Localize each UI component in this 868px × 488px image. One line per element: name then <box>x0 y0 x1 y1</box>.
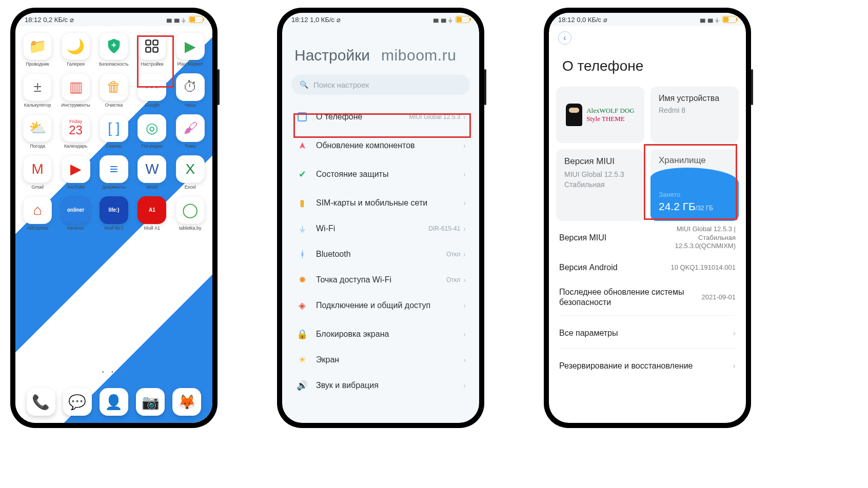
app-Инструменты[interactable]: ▥Инструменты <box>56 73 94 108</box>
settings-item[interactable]: ➤Обновление компонентов› <box>287 133 474 158</box>
svg-rect-1 <box>146 40 151 45</box>
row-label: Все параметры <box>559 328 728 338</box>
row-label: Последнее обновление системы безопасност… <box>559 287 702 308</box>
app-Excel[interactable]: XExcel <box>171 155 209 190</box>
card-storage[interactable]: Хранилище Занято 24.2 ГБ/32 ГБ <box>650 149 739 221</box>
settings-item[interactable]: 🔒Блокировка экрана› <box>287 321 474 347</box>
item-label: Звук и вибрация <box>316 381 463 390</box>
settings-item[interactable]: ✔Состояние защиты› <box>287 161 474 187</box>
item-label: Экран <box>316 355 463 364</box>
app-Мой life:)[interactable]: life:)Мой life:) <box>95 196 133 231</box>
app-label: tabletka.by <box>179 226 202 231</box>
settings-item[interactable]: ✹Точка доступа Wi-FiОткл› <box>287 267 474 293</box>
item-label: Точка доступа Wi-Fi <box>316 275 446 284</box>
app-Очистка[interactable]: 🗑Очистка <box>95 73 133 108</box>
app-Настройки[interactable]: Настройки <box>133 32 171 67</box>
app-Часы[interactable]: ⏱Часы <box>171 73 209 108</box>
app-YouTube[interactable]: ▶YouTube <box>56 155 94 190</box>
chevron-right-icon: › <box>733 361 736 371</box>
settings-item[interactable]: 🔊Звук и вибрация› <box>287 373 474 398</box>
app-Каталог[interactable]: onlinerКаталог <box>56 196 94 231</box>
settings-item[interactable]: ᚼBluetoothОткл› <box>287 241 474 267</box>
app-icon: ◯ <box>176 196 205 224</box>
app-icon: 🦊 <box>172 388 201 416</box>
search-icon <box>300 80 308 89</box>
app-label: Календарь <box>64 144 87 149</box>
dock-Телефон[interactable]: 📞 <box>27 388 55 416</box>
about-row[interactable]: Все параметры› <box>559 315 736 345</box>
settings-item[interactable]: О телефонеMIUI Global 12.5.3› <box>287 104 474 130</box>
app-icon: 🗑 <box>100 73 128 101</box>
app-grid: 📁Проводник🌙Галерея+БезопасностьНастройки… <box>15 26 212 231</box>
app-icon: 📁 <box>23 32 52 60</box>
app-Галерея[interactable]: 🌙Галерея <box>56 32 94 67</box>
app-Gmail[interactable]: MGmail <box>18 155 56 190</box>
item-icon: ▮ <box>295 197 309 209</box>
app-label: YouTube <box>67 185 85 190</box>
item-icon: 🔒 <box>295 329 309 340</box>
chevron-right-icon: › <box>463 170 466 178</box>
app-icon: ⏱ <box>176 73 205 101</box>
app-FM-радио[interactable]: ◎FM-радио <box>133 114 171 149</box>
settings-item[interactable]: ◈Подключение и общий доступ› <box>287 293 474 318</box>
app-icon: 💬 <box>63 388 92 416</box>
app-icon: ▥ <box>62 73 90 101</box>
chevron-right-icon: › <box>463 330 466 338</box>
search-input[interactable]: Поиск настроек <box>291 74 470 95</box>
card-theme[interactable]: AlexWOLF DOG Style THEME <box>556 87 644 143</box>
app-icon: A1 <box>137 196 166 224</box>
app-label: Google <box>145 103 160 108</box>
app-Калькулятор[interactable]: ±Калькулятор <box>18 73 56 108</box>
item-sub: DIR-615-41 <box>428 225 460 232</box>
app-Календарь[interactable]: Friday23Календарь <box>56 114 94 149</box>
wifi-icon: ⏚ <box>448 16 452 24</box>
app-icon: ± <box>23 73 52 101</box>
app-icon: [ ] <box>100 114 128 142</box>
app-Темы[interactable]: 🖌Темы <box>171 114 209 149</box>
app-label: Галерея <box>67 62 85 67</box>
app-Погода[interactable]: ⛅Погода <box>18 114 56 149</box>
dock-Сообщения[interactable]: 💬 <box>63 388 92 416</box>
settings-item[interactable]: ⏚Wi-FiDIR-615-41› <box>287 216 474 241</box>
row-label: Резервирование и восстановление <box>559 361 728 371</box>
app-AliExpress[interactable]: ⌂AliExpress <box>18 196 56 231</box>
battery-icon: 41 <box>189 16 203 23</box>
item-icon: ◈ <box>295 300 309 311</box>
chevron-right-icon: › <box>463 356 466 364</box>
dock-Контакты[interactable]: 👤 <box>100 388 128 416</box>
row-label: Версия MIUI <box>559 233 659 243</box>
about-row[interactable]: Версия MIUIMIUI Global 12.5.3 | Стабильн… <box>559 223 736 253</box>
app-Документы[interactable]: ≡Документы <box>95 155 133 190</box>
app-Мой А1[interactable]: A1Мой А1 <box>133 196 171 231</box>
chevron-right-icon: › <box>463 199 466 207</box>
card-miui-version[interactable]: Версия MIUI MIUI Global 12.5.3 Стабильна… <box>556 149 644 221</box>
app-Проводник[interactable]: 📁Проводник <box>18 32 56 67</box>
app-Word[interactable]: WWord <box>133 155 171 190</box>
status-speed: 0,2 КБ/с <box>43 16 68 24</box>
app-tabletka.by[interactable]: ◯tabletka.by <box>171 196 209 231</box>
about-row[interactable]: Версия Android10 QKQ1.191014.001 <box>559 253 736 282</box>
about-row[interactable]: Последнее обновление системы безопасност… <box>559 282 736 312</box>
app-label: Сканер <box>106 144 122 149</box>
chevron-right-icon: › <box>463 276 466 284</box>
item-icon: ✹ <box>295 274 309 286</box>
app-icon: 🖌 <box>176 114 205 142</box>
app-Безопасность[interactable]: +Безопасность <box>95 32 133 67</box>
item-icon: ✔ <box>295 169 309 180</box>
app-Google[interactable]: ⋯Google <box>133 73 171 108</box>
back-button[interactable]: ‹ <box>558 31 571 45</box>
row-value: 10 QKQ1.191014.001 <box>671 263 736 272</box>
about-row[interactable]: Резервирование и восстановление› <box>559 348 736 378</box>
app-Сканер[interactable]: [ ]Сканер <box>95 114 133 149</box>
app-Play Маркет[interactable]: ▶Play Маркет <box>171 32 209 67</box>
app-label: Word <box>147 185 157 190</box>
battery-icon: 41 <box>456 16 470 23</box>
app-label: Проводник <box>26 62 49 67</box>
settings-item[interactable]: ☀Экран› <box>287 347 474 373</box>
dock-Firefox[interactable]: 🦊 <box>172 388 201 416</box>
app-icon: ⛅ <box>23 114 52 142</box>
card-device-name[interactable]: Имя устройства Redmi 8 <box>650 87 739 143</box>
page-title: Настройки <box>294 47 370 64</box>
dock-Камера[interactable]: 📷 <box>136 388 165 416</box>
settings-item[interactable]: ▮SIM-карты и мобильные сети› <box>287 190 474 216</box>
